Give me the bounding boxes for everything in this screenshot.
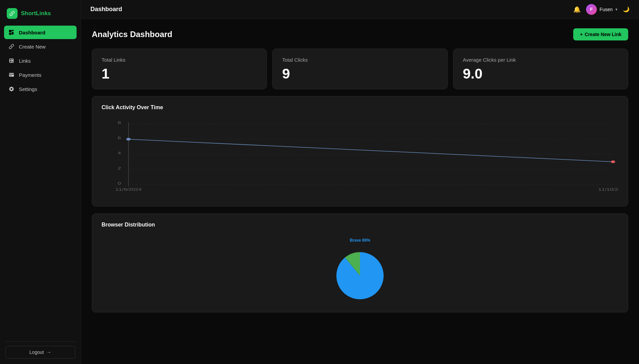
svg-text:2: 2 — [118, 166, 121, 170]
chart-container: 0 2 4 6 8 — [102, 117, 618, 198]
total-links-label: Total Links — [102, 57, 257, 63]
svg-point-12 — [126, 138, 131, 141]
plus-icon: + — [580, 32, 583, 37]
total-links-value: 1 — [102, 67, 257, 81]
user-name: Fusen — [600, 7, 613, 12]
dashboard-label: Dashboard — [19, 30, 45, 35]
payments-icon — [8, 71, 15, 78]
total-clicks-label: Total Clicks — [282, 57, 438, 63]
create-new-label: Create New — [19, 44, 46, 50]
chevron-down-icon: ▾ — [615, 7, 617, 12]
sidebar-item-create-new[interactable]: Create New — [4, 40, 77, 53]
svg-text:11/9/2024: 11/9/2024 — [115, 187, 142, 191]
stat-card-total-links: Total Links 1 — [92, 49, 267, 89]
pie-chart — [330, 245, 390, 301]
notifications-button[interactable]: 🔔 — [573, 6, 581, 13]
avg-clicks-label: Average Clicks per Link — [463, 57, 618, 63]
logout-icon: → — [47, 350, 51, 355]
links-icon — [8, 57, 15, 64]
settings-icon — [8, 86, 15, 92]
svg-text:0: 0 — [118, 181, 121, 185]
create-new-link-button[interactable]: + Create New Link — [573, 28, 628, 40]
header-right: 🔔 F Fusen ▾ 🌙 — [573, 4, 630, 15]
svg-text:8: 8 — [118, 121, 121, 125]
pie-container: Brave 89% — [102, 235, 618, 304]
create-new-icon — [8, 43, 15, 50]
svg-text:6: 6 — [118, 136, 121, 140]
sidebar: ShortLinks Dashboard Create New — [0, 0, 81, 364]
svg-text:4: 4 — [118, 151, 121, 155]
click-activity-card: Click Activity Over Time 0 2 4 6 8 — [92, 96, 628, 207]
main-area: Dashboard 🔔 F Fusen ▾ 🌙 Analytics Dashbo… — [81, 0, 639, 364]
sidebar-item-payments[interactable]: Payments — [4, 68, 77, 82]
user-menu[interactable]: F Fusen ▾ — [586, 4, 617, 15]
avatar: F — [586, 4, 597, 15]
avg-clicks-value: 9.0 — [463, 67, 618, 81]
browser-distribution-title: Browser Distribution — [102, 222, 618, 228]
dashboard-icon — [8, 29, 15, 36]
header-title: Dashboard — [90, 6, 122, 13]
sidebar-item-settings[interactable]: Settings — [4, 82, 77, 96]
logout-label: Logout — [29, 350, 44, 355]
header: Dashboard 🔔 F Fusen ▾ 🌙 — [81, 0, 639, 19]
moon-icon: 🌙 — [623, 6, 630, 12]
sidebar-item-dashboard[interactable]: Dashboard — [4, 26, 77, 39]
logo: ShortLinks — [0, 5, 81, 26]
svg-point-13 — [611, 160, 615, 163]
nav-items: Dashboard Create New Links — [0, 26, 81, 337]
stats-grid: Total Links 1 Total Clicks 9 Average Cli… — [92, 49, 628, 89]
stat-card-total-clicks: Total Clicks 9 — [272, 49, 447, 89]
create-new-link-label: Create New Link — [585, 32, 621, 37]
svg-text:11/10/2024: 11/10/2024 — [598, 187, 618, 191]
brave-label: Brave 89% — [350, 238, 370, 243]
links-label: Links — [19, 58, 31, 64]
settings-label: Settings — [19, 86, 37, 92]
payments-label: Payments — [19, 72, 41, 78]
page-title: Analytics Dashboard — [92, 30, 172, 39]
content-area: Analytics Dashboard + Create New Link To… — [81, 19, 639, 364]
sidebar-item-links[interactable]: Links — [4, 54, 77, 67]
logo-icon — [7, 8, 18, 19]
browser-distribution-card: Browser Distribution Brave 89% — [92, 213, 628, 312]
theme-toggle-button[interactable]: 🌙 — [623, 6, 630, 12]
analytics-header: Analytics Dashboard + Create New Link — [92, 28, 628, 40]
svg-line-11 — [129, 139, 613, 162]
logout-button[interactable]: Logout → — [5, 346, 75, 359]
app-name: ShortLinks — [21, 10, 51, 17]
total-clicks-value: 9 — [282, 67, 438, 81]
stat-card-avg-clicks: Average Clicks per Link 9.0 — [453, 49, 628, 89]
chart-title: Click Activity Over Time — [102, 104, 618, 111]
chart-svg: 0 2 4 6 8 — [102, 117, 618, 198]
bell-icon: 🔔 — [573, 6, 581, 13]
sidebar-divider — [5, 341, 75, 342]
